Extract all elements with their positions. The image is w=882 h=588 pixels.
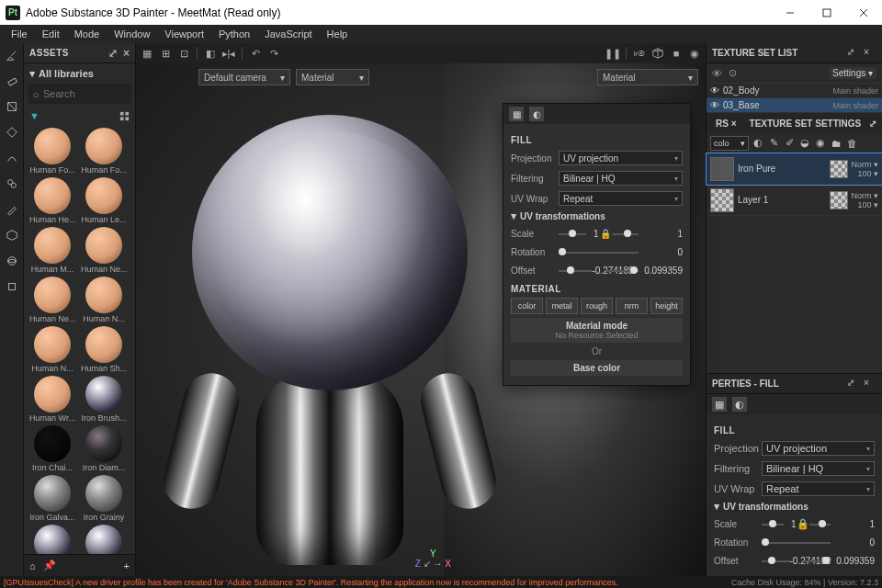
vp-camera-icon[interactable]: ■ <box>669 46 684 61</box>
camera-dropdown[interactable]: Default camera▾ <box>198 69 290 85</box>
asset-pin-icon[interactable]: 📌 <box>43 560 56 571</box>
shading-dropdown[interactable]: Material▾ <box>296 69 369 85</box>
eraser-tool-icon[interactable] <box>4 73 20 89</box>
grid-view-icon[interactable] <box>119 111 130 121</box>
shading-dropdown-2d[interactable]: Material▾ <box>597 69 698 85</box>
projection-tool-icon[interactable] <box>4 98 20 115</box>
vp-symmetry-icon[interactable]: ◧ <box>203 46 218 61</box>
visibility-icon[interactable]: 👁 <box>710 85 723 96</box>
assets-undock-icon[interactable]: ⤢ <box>108 47 118 60</box>
env-tool-icon[interactable] <box>4 253 20 269</box>
asset-item[interactable]: Iron Galva... <box>28 475 77 523</box>
panel-undock-icon[interactable]: ⤢ <box>869 119 876 129</box>
asset-item[interactable]: Human N... <box>79 277 129 324</box>
panel-close-icon[interactable]: × <box>864 47 876 60</box>
fill-tab-material-icon[interactable]: ▦ <box>509 107 524 121</box>
asset-item[interactable]: Human Ne... <box>79 227 129 275</box>
menu-mode[interactable]: Mode <box>67 27 107 41</box>
asset-item[interactable]: Iron Chai... <box>28 425 77 473</box>
offset-slider-a[interactable] <box>559 264 593 277</box>
asset-home-icon[interactable]: ⌂ <box>29 560 36 571</box>
fill-layer-icon[interactable]: ◒ <box>798 137 811 150</box>
panel-close-icon[interactable]: × <box>864 378 876 390</box>
link-icon[interactable]: ⊙ <box>729 67 741 79</box>
minimize-button[interactable] <box>772 0 808 25</box>
brush-icon[interactable]: ✐ <box>783 137 796 150</box>
layers-tab-settings[interactable]: TEXTURE SET SETTINGS <box>746 117 865 130</box>
vp-mirror-icon[interactable]: ▸|◂ <box>221 46 236 61</box>
menu-javascript[interactable]: JavaScript <box>257 27 319 41</box>
menu-help[interactable]: Help <box>320 27 356 41</box>
menu-file[interactable]: File <box>4 27 35 41</box>
settings-dropdown[interactable]: Settings ▾ <box>829 67 876 79</box>
offset-slider-b[interactable] <box>605 264 639 277</box>
assets-search-input[interactable] <box>43 88 117 99</box>
menu-edit[interactable]: Edit <box>35 27 67 41</box>
lock-icon[interactable]: 🔒 <box>797 518 809 530</box>
rotation-slider[interactable] <box>559 245 639 258</box>
axis-gizmo[interactable]: Y Z ↙ → X <box>415 548 451 569</box>
asset-item[interactable]: Human Fo... <box>28 128 77 175</box>
polyfill-tool-icon[interactable] <box>4 124 20 141</box>
lock-icon[interactable]: 🔒 <box>599 229 612 239</box>
material-channel-color[interactable]: color <box>511 298 543 314</box>
clone-tool-icon[interactable] <box>4 175 20 192</box>
offset-slider-a[interactable] <box>762 554 790 567</box>
smart-mask-icon[interactable]: ◉ <box>814 137 827 150</box>
brush-tool-icon[interactable] <box>4 47 20 63</box>
material-channel-nrm[interactable]: nrm <box>616 298 648 314</box>
asset-item[interactable]: Human Ne... <box>28 277 77 324</box>
effect-icon[interactable]: ✎ <box>767 137 780 150</box>
vp-redo-icon[interactable]: ↷ <box>266 46 281 61</box>
offset-slider-b[interactable] <box>803 554 831 567</box>
material-channel-metal[interactable]: metal <box>546 298 578 314</box>
asset-item[interactable]: Human Wr... <box>28 376 77 424</box>
assets-library-selector[interactable]: ▶ All libraries <box>24 63 135 84</box>
vp-ortho-icon[interactable]: ⊞ <box>158 46 173 61</box>
folder-icon[interactable]: 🖿 <box>830 137 842 150</box>
material-channel-height[interactable]: height <box>650 298 683 314</box>
asset-import-icon[interactable]: + <box>124 560 130 571</box>
scale-slider-b[interactable] <box>809 517 831 530</box>
material-picker-icon[interactable] <box>4 201 20 218</box>
layer-row[interactable]: Layer 1Norm ▾100 ▾ <box>707 185 882 216</box>
asset-item[interactable]: Human Le... <box>79 177 129 225</box>
menu-viewport[interactable]: Viewport <box>157 27 211 41</box>
filtering-dropdown[interactable]: Bilinear | HQ▾ <box>762 461 875 476</box>
props-fill-tab-icon[interactable]: ▦ <box>712 397 727 412</box>
panel-undock-icon[interactable]: ⤢ <box>847 378 860 390</box>
scale-slider-a[interactable] <box>559 227 586 240</box>
channel-dropdown[interactable]: colo▾ <box>710 136 749 151</box>
asset-item[interactable]: Human He... <box>28 177 77 225</box>
asset-item[interactable]: Iron Brush... <box>79 376 129 424</box>
layers-tab-rs[interactable]: RS × <box>712 117 746 130</box>
vp-capture-icon[interactable]: ◉ <box>687 46 702 61</box>
layer-row[interactable]: Iron PureNorm ▾100 ▾ <box>707 153 882 185</box>
asset-item[interactable]: Iron Ham... <box>79 525 129 554</box>
assets-close-icon[interactable]: × <box>123 47 130 60</box>
uvwrap-dropdown[interactable]: Repeat▾ <box>762 481 875 496</box>
projection-dropdown[interactable]: UV projection▾ <box>559 151 683 165</box>
vp-iray-icon[interactable]: Ir⦿ <box>632 46 647 61</box>
close-button[interactable] <box>845 0 882 25</box>
fill-tab-shader-icon[interactable]: ◐ <box>529 107 544 121</box>
tab-close-icon[interactable]: × <box>731 119 737 129</box>
props-shader-tab-icon[interactable]: ◐ <box>732 397 747 412</box>
mask-icon[interactable]: ◐ <box>752 137 764 150</box>
base-color-button[interactable]: Base color <box>511 360 683 376</box>
layer-mask-thumbnail[interactable] <box>830 191 848 209</box>
uvwrap-dropdown[interactable]: Repeat▾ <box>559 191 683 206</box>
visibility-icon[interactable]: 👁 <box>710 100 723 110</box>
asset-item[interactable]: Human Fo... <box>79 128 129 175</box>
material-mode-button[interactable]: Material modeNo Resource Selected <box>511 318 683 343</box>
vp-persp-icon[interactable] <box>650 46 665 61</box>
asset-item[interactable]: Iron Diam... <box>79 425 129 473</box>
maximize-button[interactable] <box>808 0 845 25</box>
scale-slider-a[interactable] <box>762 517 784 530</box>
filtering-dropdown[interactable]: Bilinear | HQ▾ <box>559 171 683 186</box>
asset-item[interactable]: Human N... <box>28 326 77 374</box>
menu-python[interactable]: Python <box>211 27 257 41</box>
asset-item[interactable]: Human Sh... <box>79 326 129 374</box>
vp-undo-icon[interactable]: ↶ <box>248 46 263 61</box>
layer-mask-thumbnail[interactable] <box>830 160 848 178</box>
